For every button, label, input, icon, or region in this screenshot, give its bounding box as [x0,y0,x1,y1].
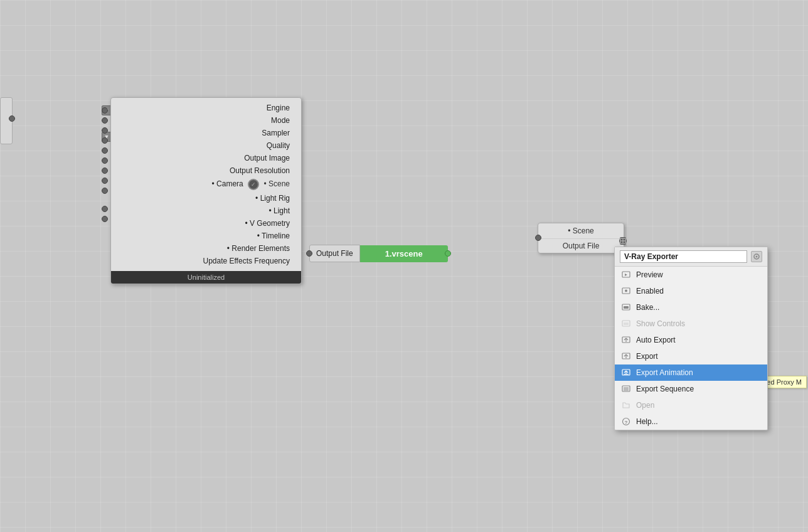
scene-node-connector-left [535,235,541,241]
node-panel-body: Engine Mode Sampler Quality Output Image… [111,98,301,271]
node-panel-row-render-elements: • Render Elements [117,242,295,255]
node-panel-row-sampler: Sampler [117,127,295,139]
output-file-label: Output File [309,245,360,262]
menu-item-export[interactable]: Export [615,348,767,364]
mini-node-connector [9,115,15,122]
connector-dot-11 [102,216,108,222]
svg-marker-6 [625,274,627,276]
node-panel-row-output-resolution: Output Resolution [117,164,295,177]
preview-icon [621,270,631,280]
svg-text:?: ? [625,420,628,425]
menu-item-preview[interactable]: Preview [615,267,767,283]
menu-item-export-sequence[interactable]: Export Sequence [615,381,767,397]
context-menu-title: V-Ray Exporter [620,250,747,263]
enabled-icon [621,286,631,296]
connector-dot-8 [102,178,108,184]
node-panel-row-output-image: Output Image [117,152,295,164]
svg-point-4 [756,256,758,258]
output-file-value: 1.vrscene [360,245,448,262]
menu-item-open: Open [615,397,767,413]
output-node-connector-left [306,250,312,257]
show-controls-icon [621,319,631,329]
node-panel-row-mode: Mode [117,114,295,127]
menu-item-enabled[interactable]: Enabled [615,283,767,299]
node-panel: Engine Mode Sampler Quality Output Image… [110,97,302,284]
menu-item-show-controls: Show Controls [615,316,767,332]
output-node-connector-right [445,250,451,257]
node-panel-row-vgeometry: • V Geometry [117,217,295,230]
menu-item-auto-export[interactable]: Auto Export [615,332,767,348]
pin-icon[interactable] [751,251,762,262]
export-animation-icon [621,368,631,378]
connector-dot-6 [102,157,108,164]
export-icon [621,351,631,361]
node-panel-footer: Uninitialized [111,271,301,284]
export-sequence-icon [621,384,631,394]
menu-item-export-animation[interactable]: Export Animation [615,364,767,381]
menu-item-bake[interactable]: Bake... [615,299,767,316]
svg-rect-10 [624,306,629,309]
node-panel-row-update-effects: Update Effects Frequency [117,255,295,267]
node-panel-row-camera: • Camera ✓ • Scene [117,177,295,192]
bake-icon [621,302,631,312]
svg-point-8 [625,290,627,292]
connector-dot-5 [102,147,108,154]
scene-node-connector-right [619,237,627,245]
connector-dot-1 [102,107,108,114]
open-icon [621,400,631,410]
node-panel-row-timeline: • Timeline [117,230,295,242]
connector-dot-9 [102,188,108,194]
node-panel-row-light-rig: • Light Rig [117,192,295,205]
menu-item-help[interactable]: ? Help... [615,413,767,430]
connector-dot-2 [102,117,108,124]
auto-export-icon [621,335,631,345]
connector-dot-10 [102,206,108,212]
output-file-node: Output File 1.vrscene [309,245,448,262]
connector-dot-4 [102,137,108,144]
context-menu-header: V-Ray Exporter [615,247,767,267]
node-panel-row-engine: Engine [117,102,295,114]
context-menu: V-Ray Exporter Preview Enabled [614,247,768,430]
connector-dot-3 [102,127,108,134]
node-panel-row-light: • Light [117,205,295,217]
scene-node-icon [620,237,626,245]
node-panel-row-quality: Quality [117,139,295,152]
mini-node [0,97,13,144]
help-icon: ? [621,417,631,427]
scene-node-output-row: Output File [538,238,624,253]
scene-node: • Scene Output File [538,223,624,253]
scene-node-header: • Scene [538,223,624,238]
connector-dot-7 [102,168,108,174]
